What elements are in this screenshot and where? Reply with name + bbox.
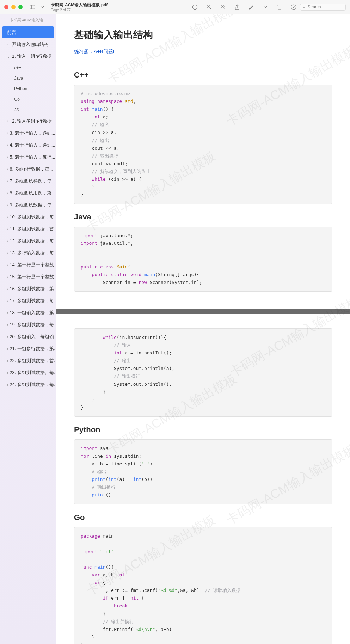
markup-icon[interactable]: [290, 4, 297, 11]
search-input[interactable]: [300, 4, 346, 11]
sidebar-item[interactable]: ›8. 多组测试用例，第...: [0, 187, 56, 199]
chevron-icon: ›: [7, 311, 8, 315]
sidebar-item[interactable]: ›7. 多组测试样例，每...: [0, 175, 56, 187]
sidebar-item-child[interactable]: Go: [0, 94, 56, 105]
chevron-icon: ›: [7, 323, 8, 327]
sidebar-item[interactable]: ›16. 多组测试数据，第...: [0, 283, 56, 295]
sidebar-item[interactable]: ›17. 多组测试数据，每...: [0, 295, 56, 307]
sidebar-item[interactable]: ›6. 多组n行数据，每...: [0, 163, 56, 175]
sidebar-item[interactable]: 前言: [2, 26, 54, 38]
sidebar-toggle-icon[interactable]: [29, 4, 36, 11]
sidebar-item[interactable]: ›13. 多行输入数据，每...: [0, 247, 56, 259]
sidebar-item-label: 19. 多组测试数据，每...: [10, 322, 56, 328]
share-icon[interactable]: [234, 4, 241, 11]
svg-point-15: [303, 6, 305, 7]
sidebar-item[interactable]: ⌄1. 输入一组n行数据: [0, 50, 56, 62]
sidebar-item-child[interactable]: JS: [0, 105, 56, 115]
sidebar-item[interactable]: ›2. 输入多组n行数据: [0, 115, 56, 127]
python-code-block: import sys for line in sys.stdin: a, b =…: [74, 439, 332, 504]
sidebar-item-child[interactable]: Python: [0, 83, 56, 94]
svg-rect-0: [30, 5, 35, 9]
sidebar-header: 卡码网-ACM输入输...: [0, 14, 56, 26]
page-info-label: Page 2 of 77: [51, 8, 108, 12]
chevron-icon: ›: [7, 155, 8, 159]
close-window-button[interactable]: [4, 5, 8, 9]
sidebar-item[interactable]: ›基础输入输出结构: [0, 38, 56, 50]
sidebar-item[interactable]: ›4. 若干行输入，遇到...: [0, 139, 56, 151]
sidebar-item-label: 7. 多组测试样例，每...: [10, 178, 55, 184]
rotate-icon[interactable]: [276, 4, 283, 11]
sidebar-item[interactable]: ›23. 多组测试数据。每...: [0, 367, 56, 379]
go-heading: Go: [74, 513, 332, 522]
svg-rect-13: [278, 5, 281, 9]
sidebar-item[interactable]: ›12. 多组测试数据，每...: [0, 235, 56, 247]
sidebar-item[interactable]: ›3. 若干行输入，遇到...: [0, 127, 56, 139]
sidebar-item-label: 17. 多组测试数据，每...: [10, 298, 56, 304]
sidebar-item-label: 24. 多组测试数据，每...: [10, 382, 56, 388]
sidebar-item-child[interactable]: Java: [0, 73, 56, 83]
sidebar-item[interactable]: ›24. 多组测试数据，每...: [0, 379, 56, 391]
sidebar-item-label: 3. 若干行输入，遇到...: [10, 130, 55, 136]
chevron-icon: ›: [7, 275, 8, 279]
practice-link[interactable]: 练习题：A+B问题I: [74, 49, 115, 55]
chevron-icon: ›: [7, 215, 8, 219]
go-code-block: package main import "fmt" func main(){ v…: [74, 527, 332, 644]
cpp-heading: C++: [74, 70, 332, 80]
sidebar-item[interactable]: ›19. 多组测试数据，每...: [0, 319, 56, 331]
sidebar-item-label: 4. 若干行输入，遇到...: [10, 142, 55, 148]
chevron-icon: ⌄: [7, 55, 11, 58]
chevron-icon: ›: [7, 251, 8, 255]
sidebar-item[interactable]: ›5. 若干行输入，每行...: [0, 151, 56, 163]
chevron-icon: ›: [7, 131, 8, 135]
sidebar-item-label: 8. 多组测试用例，第...: [10, 190, 55, 196]
sidebar-item-label: 15. 第一行是一个整数...: [10, 274, 56, 280]
pdf-content-area[interactable]: 卡码网-ACM输入输出模板 卡码网-ACM输入输出模板 卡码网-ACM输入输出模…: [56, 14, 350, 644]
pdf-page: 卡码网-ACM输入输出模板 卡码网-ACM输入输出模板 卡码网-ACM输入输出模…: [56, 14, 350, 309]
chevron-icon: ›: [7, 383, 8, 387]
chevron-icon: ›: [7, 347, 8, 351]
sidebar-item[interactable]: ›21. 一组多行数据，第...: [0, 343, 56, 355]
sidebar-item-label: 1. 输入一组n行数据: [12, 53, 52, 60]
minimize-window-button[interactable]: [11, 5, 16, 9]
zoom-in-icon[interactable]: [220, 4, 227, 11]
sidebar-item-label: 14. 第一行是一个整数...: [10, 262, 56, 268]
sidebar-item-label: 20. 多组输入，每组输...: [10, 334, 56, 340]
chevron-icon: ›: [7, 43, 11, 47]
sidebar-item[interactable]: ›10. 多组测试数据，每...: [0, 211, 56, 223]
pdf-page: 卡码网-ACM输入输出模板 卡码网-ACM输入输出模板 卡码网-ACM输入输出模…: [56, 314, 350, 644]
sidebar-item-label: 9. 多组测试数据，每...: [10, 202, 55, 208]
sidebar-item[interactable]: ›15. 第一行是一个整数...: [0, 271, 56, 283]
chevron-icon: ›: [7, 167, 8, 171]
chevron-icon: ›: [7, 191, 8, 195]
sidebar-item[interactable]: ›11. 多组测试数据，首...: [0, 223, 56, 235]
info-icon[interactable]: [191, 4, 198, 11]
sidebar-item[interactable]: ›9. 多组测试数据，每...: [0, 199, 56, 211]
maximize-window-button[interactable]: [18, 5, 23, 9]
sidebar-item-label: 16. 多组测试数据，第...: [10, 286, 56, 292]
svg-line-6: [210, 8, 211, 9]
window-controls: [4, 5, 23, 9]
sidebar-item-label: 基础输入输出结构: [12, 41, 49, 48]
chevron-icon: ›: [7, 203, 8, 207]
sidebar-item-label: 10. 多组测试数据，每...: [10, 214, 56, 220]
svg-point-14: [291, 5, 296, 10]
outline-sidebar: 卡码网-ACM输入输... 前言›基础输入输出结构⌄1. 输入一组n行数据c++…: [0, 14, 56, 644]
sidebar-item[interactable]: ›18. 一组输入数据，第...: [0, 307, 56, 319]
chevron-down-icon[interactable]: [262, 4, 269, 11]
chevron-icon: ›: [7, 239, 8, 243]
search-field[interactable]: [308, 5, 344, 10]
sidebar-item[interactable]: ›20. 多组输入，每组输...: [0, 331, 56, 343]
page-title: 基础输入输出结构: [74, 28, 332, 42]
sidebar-item[interactable]: ›14. 第一行是一个整数...: [0, 259, 56, 271]
sidebar-item-child[interactable]: c++: [0, 62, 56, 73]
zoom-out-icon[interactable]: [205, 4, 213, 11]
chevron-icon: ›: [7, 119, 11, 123]
sidebar-item-label: 前言: [7, 29, 16, 36]
chevron-icon: ›: [7, 335, 8, 339]
java-heading: Java: [74, 212, 332, 222]
highlight-icon[interactable]: [248, 4, 255, 11]
python-heading: Python: [74, 425, 332, 434]
svg-point-4: [195, 6, 195, 6]
sidebar-item[interactable]: ›22. 多组测试数据，首...: [0, 355, 56, 367]
chevron-down-icon[interactable]: [39, 4, 46, 11]
